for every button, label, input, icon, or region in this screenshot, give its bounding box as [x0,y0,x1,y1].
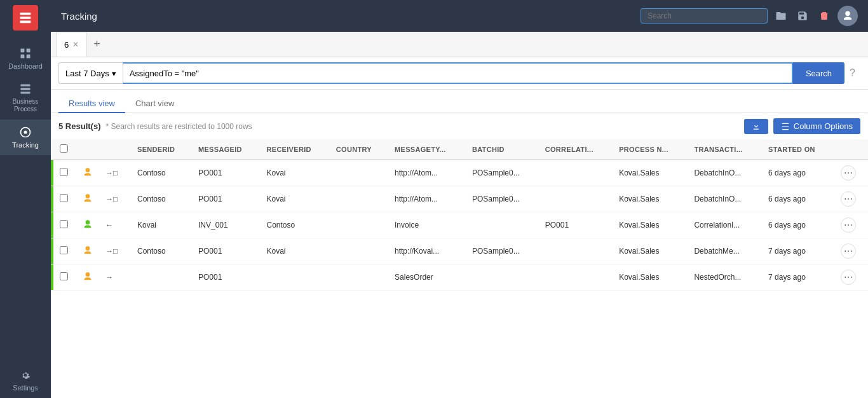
row-receiverid: Kovai [261,238,330,264]
row-receiverid: Contoso [261,212,330,238]
row-more-cell: ⋯ [834,186,868,212]
filter-help-button[interactable]: ? [844,62,860,84]
topbar-search-input[interactable] [641,8,768,24]
row-checkbox-cell [53,160,76,186]
row-startedon: 6 days ago [762,160,834,186]
sidebar-item-label: Dashboard [8,62,43,70]
row-startedon: 7 days ago [762,264,834,291]
row-person-icon [76,160,99,186]
row-checkbox[interactable] [60,246,68,254]
row-more-button[interactable]: ⋯ [841,270,856,285]
header-batchid[interactable]: BATCHID [466,139,539,160]
results-info: 5 Result(s) * Search results are restric… [58,121,252,131]
sidebar-item-business-process[interactable]: Business Process [0,76,51,120]
sidebar-item-dashboard[interactable]: Dashboard [0,41,51,76]
results-count: 5 Result(s) [58,121,100,131]
add-tab-button[interactable]: + [88,38,105,51]
row-batchid: POSample0... [466,238,539,264]
row-checkbox[interactable] [60,272,68,280]
row-more-button[interactable]: ⋯ [841,191,856,207]
filter-input[interactable] [123,62,793,84]
sidebar-item-settings[interactable]: Settings [0,362,51,398]
row-more-button[interactable]: ⋯ [841,244,856,259]
table-row: →□ Contoso PO001 Kovai http://Kovai... P… [51,238,868,264]
row-checkbox[interactable] [60,194,68,202]
row-processn: Kovai.Sales [613,212,688,238]
header-startedon[interactable]: STARTED ON [762,139,834,160]
row-senderid: Contoso [131,186,192,212]
row-senderid: Contoso [131,238,192,264]
app-logo [13,5,38,31]
row-messagetype: SalesOrder [388,264,466,291]
row-checkbox[interactable] [60,220,68,228]
svg-rect-1 [27,49,31,53]
row-country [330,186,388,212]
header-checkbox-col [53,139,76,160]
dropdown-chevron-icon: ▾ [112,69,116,78]
header-messagetype[interactable]: MESSAGETY... [388,139,466,160]
table-row: ← Kovai INV_001 Contoso Invoice PO001 Ko… [51,212,868,238]
header-correlati[interactable]: CORRELATI... [539,139,613,160]
row-startedon: 6 days ago [762,186,834,212]
download-button[interactable] [744,119,768,134]
row-checkbox-cell [53,264,76,291]
row-messagetype: http://Atom... [388,160,466,186]
row-more-cell: ⋯ [834,238,868,264]
row-arrow: →□ [99,160,131,186]
table-body: →□ Contoso PO001 Kovai http://Atom... PO… [51,160,868,291]
header-country[interactable]: COUNTRY [330,139,388,160]
row-arrow: →□ [99,238,131,264]
header-processn[interactable]: PROCESS N... [613,139,688,160]
tab-chart-view[interactable]: Chart view [125,95,184,113]
column-options-label: Column Options [794,121,853,131]
results-table-container[interactable]: SENDERID MESSAGEID RECEIVERID COUNTRY ME… [51,139,868,398]
row-correlati [539,186,613,212]
search-button[interactable]: Search [793,62,844,84]
row-startedon: 7 days ago [762,238,834,264]
svg-rect-2 [21,55,25,58]
tab-results-view[interactable]: Results view [58,95,125,113]
row-more-button[interactable]: ⋯ [841,165,856,181]
main-content: Tracking 6 ✕ + [51,0,868,398]
row-more-cell: ⋯ [834,160,868,186]
table-row: →□ Contoso PO001 Kovai http://Atom... PO… [51,186,868,212]
header-messageid[interactable]: MESSAGEID [192,139,260,160]
row-country [330,160,388,186]
row-more-button[interactable]: ⋯ [841,217,856,233]
time-filter-dropdown[interactable]: Last 7 Days ▾ [58,62,123,84]
row-correlati [539,238,613,264]
row-batchid [466,212,539,238]
table-header-row: SENDERID MESSAGEID RECEIVERID COUNTRY ME… [51,139,868,160]
results-header: 5 Result(s) * Search results are restric… [51,113,868,139]
row-messagetype: Invoice [388,212,466,238]
header-receiverid[interactable]: RECEIVERID [261,139,330,160]
row-processn: Kovai.Sales [613,264,688,291]
svg-rect-3 [27,55,31,58]
sidebar-item-tracking[interactable]: Tracking [0,120,51,155]
user-avatar[interactable] [837,6,858,26]
row-arrow: →□ [99,186,131,212]
tab-close-button[interactable]: ✕ [72,41,79,48]
row-receiverid [261,264,330,291]
row-country [330,264,388,291]
svg-point-5 [24,131,27,134]
filter-bar: Last 7 Days ▾ Search ? [51,57,868,90]
folder-icon-button[interactable] [773,8,789,24]
row-messageid: PO001 [192,264,260,291]
column-options-button[interactable]: Column Options [773,118,860,134]
save-icon-button[interactable] [794,8,811,24]
row-receiverid: Kovai [261,186,330,212]
tab-label: 6 [64,40,69,50]
row-processn: Kovai.Sales [613,238,688,264]
header-transacti[interactable]: TRANSACTI... [688,139,762,160]
row-correlati [539,160,613,186]
row-checkbox[interactable] [60,168,68,176]
header-action-col [99,139,131,160]
tab-6[interactable]: 6 ✕ [56,32,87,57]
row-messagetype: http://Kovai... [388,238,466,264]
delete-icon-button[interactable] [816,8,832,24]
row-batchid: POSample0... [466,160,539,186]
select-all-checkbox[interactable] [60,144,68,153]
sidebar-item-label: Settings [13,384,38,392]
header-senderid[interactable]: SENDERID [131,139,192,160]
